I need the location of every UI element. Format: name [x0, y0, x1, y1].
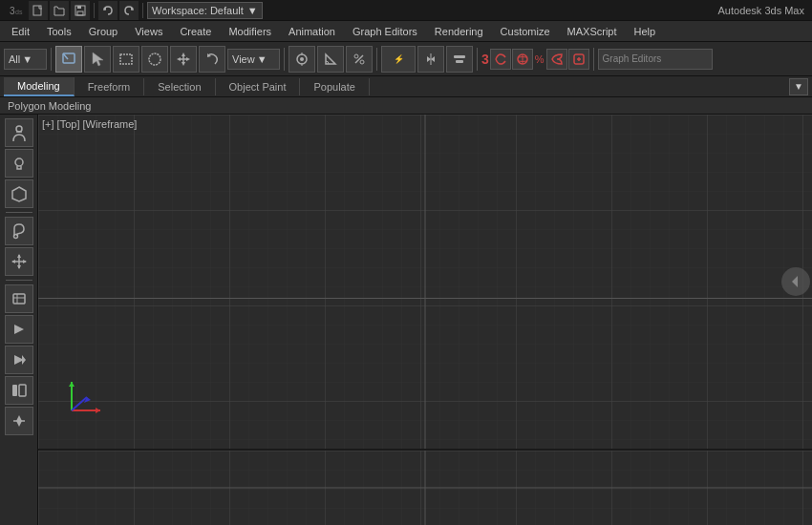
menu-tools[interactable]: Tools: [39, 24, 79, 39]
workspace-label: Workspace: Default: [152, 5, 244, 16]
svg-point-13: [149, 53, 160, 65]
svg-rect-30: [456, 60, 463, 63]
sidebar-object-btn[interactable]: [5, 179, 33, 208]
svg-rect-12: [120, 54, 132, 64]
filter-dropdown[interactable]: All ▼: [4, 49, 47, 70]
menu-modifiers[interactable]: Modifiers: [221, 24, 279, 39]
svg-marker-51: [22, 355, 26, 365]
sidebar-anim2-btn[interactable]: [5, 315, 33, 344]
counter-btn-2[interactable]: [512, 49, 533, 70]
main-toolbar: All ▼ View ▼: [0, 42, 812, 76]
svg-rect-52: [12, 385, 17, 396]
svg-marker-68: [792, 276, 798, 287]
left-sidebar: [0, 115, 38, 525]
workspace-dropdown-arrow: ▼: [247, 5, 258, 16]
arrow-select-btn[interactable]: [84, 46, 111, 73]
sidebar-anim5-btn[interactable]: [5, 407, 33, 435]
toolbar-sep-1: [51, 48, 52, 71]
open-button[interactable]: [50, 1, 69, 20]
menu-edit[interactable]: Edit: [4, 24, 37, 39]
tab-freeform[interactable]: Freeform: [75, 78, 145, 95]
named-selection-field[interactable]: Graph Editors: [598, 49, 713, 70]
sidebar-sep-2: [6, 280, 32, 281]
bottom-viewport[interactable]: [+] [Left] [Wireframe]: [38, 449, 812, 525]
redo-button[interactable]: [119, 1, 139, 20]
toolbar-sep-5: [593, 48, 594, 71]
named-selection[interactable]: ⚡: [381, 46, 416, 73]
rotate-btn[interactable]: [199, 46, 225, 73]
sidebar-sep-1: [6, 212, 32, 213]
sidebar-paint-btn[interactable]: [5, 217, 33, 245]
select-btn[interactable]: [55, 46, 82, 73]
app-logo: 3 ds: [8, 2, 25, 19]
view-dropdown[interactable]: View ▼: [227, 49, 280, 70]
sidebar-anim1-btn[interactable]: [5, 284, 33, 313]
sidebar-anim4-btn[interactable]: [5, 376, 33, 405]
new-button[interactable]: [29, 1, 48, 20]
align-btn[interactable]: [446, 46, 473, 73]
tab-populate[interactable]: Populate: [300, 78, 369, 95]
svg-text:ds: ds: [15, 9, 23, 15]
menu-group[interactable]: Group: [81, 24, 126, 39]
ribbon-extra: ▼: [789, 78, 808, 95]
title-bar-right: Autodesk 3ds Max: [718, 5, 805, 16]
menu-help[interactable]: Help: [627, 24, 664, 39]
menu-create[interactable]: Create: [172, 24, 219, 39]
svg-marker-16: [177, 57, 181, 61]
workspace-selector[interactable]: Workspace: Default ▼: [147, 2, 263, 19]
separator: [94, 3, 95, 18]
title-bar: 3 ds Workspace: Default: [0, 0, 812, 21]
svg-rect-46: [13, 294, 25, 304]
svg-marker-11: [93, 52, 103, 66]
svg-marker-44: [11, 260, 15, 263]
svg-line-66: [72, 397, 87, 410]
svg-marker-42: [17, 254, 21, 258]
svg-marker-17: [186, 57, 190, 61]
polygon-modeling-label: Polygon Modeling: [8, 100, 91, 112]
angle-snap[interactable]: [317, 46, 344, 73]
counter-btn-1[interactable]: [490, 49, 511, 70]
main-layout: [+] [Top] [Wireframe]: [0, 115, 812, 525]
mirror-btn[interactable]: [417, 46, 444, 73]
bottom-viewport-grid: [38, 451, 812, 525]
toolbar-sep-2: [284, 48, 285, 71]
percent-snap[interactable]: [346, 46, 373, 73]
snap-toggle[interactable]: [288, 46, 315, 73]
counter-btn-4[interactable]: [568, 49, 589, 70]
sub-header: Polygon Modeling: [0, 97, 812, 115]
svg-line-25: [355, 55, 363, 63]
sidebar-light-btn[interactable]: [5, 149, 33, 178]
svg-point-26: [354, 54, 358, 58]
svg-marker-43: [17, 265, 21, 269]
move-btn[interactable]: [170, 46, 197, 73]
paint-select-btn[interactable]: [141, 46, 168, 73]
menu-bar: Edit Tools Group Views Create Modifiers …: [0, 21, 812, 42]
menu-maxscript[interactable]: MAXScript: [560, 24, 625, 39]
counter-btn-3[interactable]: [546, 49, 567, 70]
tab-selection[interactable]: Selection: [144, 78, 215, 95]
tab-object-paint[interactable]: Object Paint: [216, 78, 301, 95]
sidebar-anim3-btn[interactable]: [5, 346, 33, 374]
sidebar-link-btn[interactable]: [5, 118, 33, 147]
menu-graph-editors[interactable]: Graph Editors: [345, 24, 425, 39]
save-button[interactable]: [71, 1, 90, 20]
main-viewport[interactable]: [+] [Top] [Wireframe]: [38, 115, 812, 449]
ribbon-dropdown-btn[interactable]: ▼: [789, 78, 808, 95]
menu-customize[interactable]: Customize: [493, 24, 558, 39]
undo-button[interactable]: [98, 1, 118, 20]
sidebar-move-btn[interactable]: [5, 247, 33, 276]
toolbar-sep-4: [477, 48, 478, 71]
svg-rect-6: [77, 11, 83, 15]
menu-views[interactable]: Views: [127, 24, 170, 39]
menu-animation[interactable]: Animation: [281, 24, 343, 39]
svg-marker-63: [96, 408, 100, 413]
rect-select-btn[interactable]: [113, 46, 139, 73]
svg-point-38: [15, 158, 23, 166]
svg-marker-56: [16, 421, 22, 427]
svg-marker-65: [69, 382, 75, 387]
svg-rect-29: [454, 55, 465, 58]
menu-rendering[interactable]: Rendering: [427, 24, 491, 39]
tab-modeling[interactable]: Modeling: [4, 77, 75, 96]
counter-group: 3 %: [481, 49, 589, 70]
viewport-panel-btn[interactable]: [781, 267, 810, 296]
